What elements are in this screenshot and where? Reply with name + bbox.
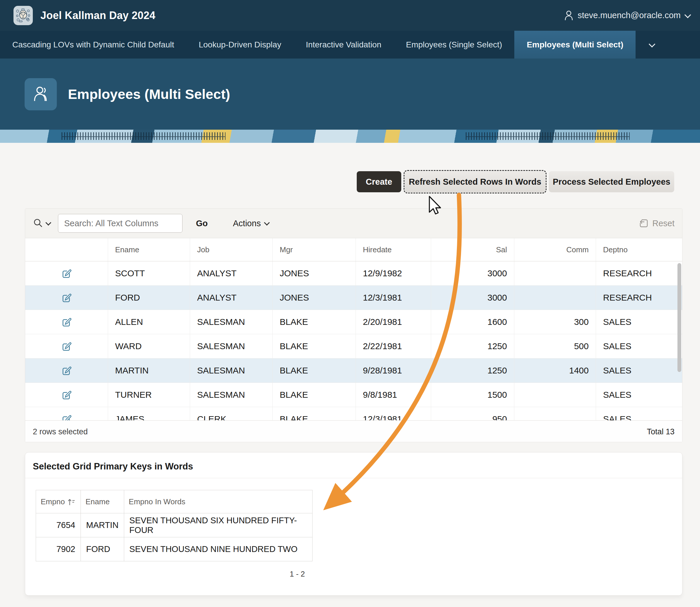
cell-mgr: BLAKE <box>273 334 356 358</box>
cell-deptno: SALES <box>596 383 682 407</box>
column-header-mgr[interactable]: Mgr <box>273 238 356 261</box>
cell-hiredate: 12/9/1982 <box>356 261 431 285</box>
edit-row-button[interactable] <box>25 334 108 358</box>
reset-icon <box>639 218 649 228</box>
table-row[interactable]: MARTIN SALESMAN BLAKE 9/28/1981 1250 140… <box>25 358 682 383</box>
cell-hiredate: 2/20/1981 <box>356 310 431 334</box>
tab-lookup-driven-display[interactable]: Lookup-Driven Display <box>186 31 294 59</box>
cell-ename: FORD <box>81 537 124 561</box>
edit-row-button[interactable] <box>25 261 108 285</box>
cell-comm <box>514 286 596 310</box>
cell-mgr: BLAKE <box>273 383 356 407</box>
edit-pencil-icon <box>61 414 72 420</box>
cell-mgr: JONES <box>273 261 356 285</box>
table-header-row: Ename Job Mgr Hiredate Sal Comm Deptno <box>25 238 682 261</box>
cell-hiredate: 12/3/1981 <box>356 407 431 420</box>
table-row[interactable]: FORD ANALYST JONES 12/3/1981 3000 RESEAR… <box>25 286 682 310</box>
column-header-empno-in-words[interactable]: Empno In Words <box>124 490 312 514</box>
tabs-overflow-button[interactable] <box>636 31 667 59</box>
tab-bar: Cascading LOVs with Dynamic Child Defaul… <box>0 31 700 59</box>
words-row: 7902 FORD SEVEN THOUSAND NINE HUNDRED TW… <box>36 537 313 561</box>
decorative-banner-strip <box>0 130 700 143</box>
page: Joel Kallman Day 2024 steve.muench@oracl… <box>0 0 700 607</box>
column-header-job[interactable]: Job <box>190 238 273 261</box>
edit-pencil-icon <box>61 365 72 376</box>
edit-row-button[interactable] <box>25 310 108 334</box>
cell-mgr: BLAKE <box>273 310 356 334</box>
chevron-down-icon <box>264 220 270 226</box>
tab-employees-single-select[interactable]: Employees (Single Select) <box>394 31 514 59</box>
cell-hiredate: 12/3/1981 <box>356 286 431 310</box>
vertical-scrollbar[interactable] <box>677 263 681 372</box>
people-icon-badge <box>25 78 57 110</box>
edit-row-button[interactable] <box>25 358 108 382</box>
region-title: Selected Grid Primary Keys in Words <box>25 453 682 478</box>
cell-comm: 500 <box>514 334 596 358</box>
go-button[interactable]: Go <box>196 218 208 228</box>
words-header-row: Empno Ename Empno In Words <box>36 490 313 514</box>
search-input[interactable] <box>58 214 182 233</box>
cell-deptno: SALES <box>596 358 682 382</box>
user-icon <box>564 10 574 21</box>
people-icon <box>31 85 51 104</box>
cell-sal: 1250 <box>431 334 514 358</box>
app-header: Joel Kallman Day 2024 steve.muench@oracl… <box>0 0 700 31</box>
edit-row-button[interactable] <box>25 407 108 420</box>
column-header-deptno[interactable]: Deptno <box>596 238 682 261</box>
column-header-sal[interactable]: Sal <box>431 238 514 261</box>
column-header-ename[interactable]: Ename <box>81 490 124 514</box>
cell-ename: ALLEN <box>108 310 190 334</box>
cell-deptno: RESEARCH <box>596 286 682 310</box>
face-logo-icon <box>15 7 32 24</box>
grid-search-bar: Go Actions Reset <box>25 209 682 238</box>
refresh-selected-rows-button[interactable]: Refresh Selected Rows In Words <box>405 171 545 192</box>
create-button[interactable]: Create <box>357 171 401 192</box>
chevron-down-icon <box>684 12 691 18</box>
chevron-down-icon <box>649 41 656 47</box>
column-header-comm[interactable]: Comm <box>514 238 596 261</box>
tab-cascading-lovs[interactable]: Cascading LOVs with Dynamic Child Defaul… <box>0 31 186 59</box>
grid-status-bar: 2 rows selected Total 13 <box>25 420 682 442</box>
cell-job: CLERK <box>190 407 273 420</box>
tab-interactive-validation[interactable]: Interactive Validation <box>294 31 394 59</box>
cell-deptno: SALES <box>596 334 682 358</box>
edit-row-button[interactable] <box>25 383 108 407</box>
sort-ascending-icon <box>68 498 75 506</box>
cell-comm <box>514 383 596 407</box>
edit-pencil-icon <box>61 268 72 279</box>
column-header-edit <box>25 238 108 261</box>
total-rows-status: Total 13 <box>647 427 675 436</box>
edit-row-button[interactable] <box>25 286 108 310</box>
table-row[interactable]: ALLEN SALESMAN BLAKE 2/20/1981 1600 300 … <box>25 310 682 334</box>
edit-pencil-icon <box>61 317 72 327</box>
cell-sal: 3000 <box>431 261 514 285</box>
cell-job: ANALYST <box>190 286 273 310</box>
cell-empno-in-words: SEVEN THOUSAND NINE HUNDRED TWO <box>124 537 312 561</box>
table-row[interactable]: WARD SALESMAN BLAKE 2/22/1981 1250 500 S… <box>25 334 682 358</box>
actions-menu-button[interactable]: Actions <box>233 218 268 228</box>
column-header-ename[interactable]: Ename <box>108 238 190 261</box>
process-selected-employees-button[interactable]: Process Selected Employees <box>549 171 674 192</box>
cell-ename: WARD <box>108 334 190 358</box>
cell-ename: JAMES <box>108 407 190 420</box>
reset-button[interactable]: Reset <box>639 218 675 228</box>
table-row[interactable]: TURNER SALESMAN BLAKE 9/8/1981 1500 SALE… <box>25 383 682 407</box>
column-header-hiredate[interactable]: Hiredate <box>356 238 431 261</box>
app-logo <box>14 6 33 25</box>
column-header-empno[interactable]: Empno <box>36 490 81 514</box>
search-scope-button[interactable] <box>33 218 50 229</box>
cell-deptno: SALES <box>596 310 682 334</box>
cell-comm <box>514 261 596 285</box>
cell-ename: FORD <box>108 286 190 310</box>
employees-grid-region: Go Actions Reset Ename Job Mgr Hiredate <box>25 208 682 442</box>
cell-hiredate: 9/8/1981 <box>356 383 431 407</box>
toolbar: Create Refresh Selected Rows In Words Pr… <box>357 171 674 192</box>
cell-comm: 300 <box>514 310 596 334</box>
table-row[interactable]: JAMES CLERK BLAKE 12/3/1981 950 SALES <box>25 407 682 420</box>
user-menu[interactable]: steve.muench@oracle.com <box>564 10 689 21</box>
words-table: Empno Ename Empno In Words 7654 MARTIN S… <box>36 490 313 561</box>
cell-sal: 3000 <box>431 286 514 310</box>
table-row[interactable]: SCOTT ANALYST JONES 12/9/1982 3000 RESEA… <box>25 261 682 286</box>
tab-employees-multi-select[interactable]: Employees (Multi Select) <box>514 31 636 59</box>
cell-deptno: SALES <box>596 407 682 420</box>
